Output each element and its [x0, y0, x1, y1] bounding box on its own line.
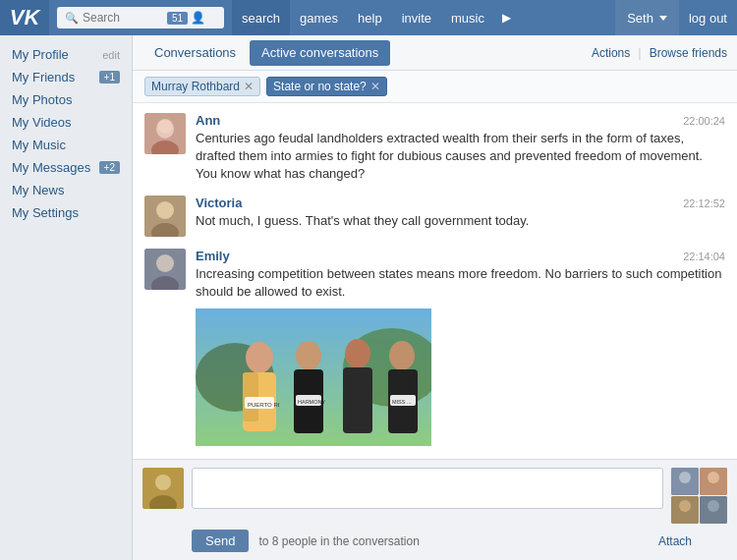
sidebar-label-friends: My Friends — [12, 70, 75, 84]
actions-row: Send to 8 people in the conversation Att… — [142, 530, 727, 552]
msg-time-emily: 22:14:04 — [683, 251, 725, 262]
chat-image: PUERTO RI HARMONY — [196, 308, 725, 449]
svg-point-22 — [345, 339, 370, 368]
layout: My Profile edit My Friends +1 My Photos … — [0, 35, 737, 560]
svg-point-32 — [679, 472, 691, 483]
sidebar-edit-profile[interactable]: edit — [102, 49, 120, 61]
tabs-divider: | — [638, 45, 641, 60]
svg-rect-23 — [343, 367, 372, 433]
sidebar-label-music: My Music — [12, 138, 66, 152]
nav-music[interactable]: music — [441, 0, 494, 35]
nav-search[interactable]: search — [232, 0, 290, 35]
search-input[interactable] — [83, 11, 161, 25]
msg-time-victoria: 22:12:52 — [683, 197, 725, 209]
nav-games[interactable]: games — [290, 0, 348, 35]
tabs-bar: Conversations Active conversations Actio… — [133, 35, 737, 71]
tag-murray-label: Murray Rothbard — [151, 80, 240, 93]
mini-avatar-1 — [671, 468, 699, 495]
tag-state[interactable]: State or no state? ✕ — [266, 77, 387, 96]
sidebar-label-settings: My Settings — [12, 205, 79, 220]
attach-link[interactable]: Attach — [658, 534, 727, 548]
header-nav: search games help invite music ▶ — [232, 0, 615, 35]
sidebar-badge-friends: +1 — [99, 71, 120, 84]
msg-text-ann: Centuries ago feudal landholders extract… — [196, 130, 725, 184]
msg-text-emily: Increasing competition between states me… — [196, 265, 725, 301]
svg-text:PUERTO RI: PUERTO RI — [248, 402, 280, 408]
search-bar: 🔍 51 👤 — [57, 7, 224, 28]
nav-help[interactable]: help — [348, 0, 392, 35]
nav-logout[interactable]: log out — [679, 0, 737, 35]
input-user-avatar — [142, 468, 184, 509]
header-user[interactable]: Seth — [615, 0, 679, 35]
tag-state-close[interactable]: ✕ — [370, 80, 380, 93]
avatar-emily[interactable] — [144, 249, 186, 290]
msg-time-ann: 22:00:24 — [683, 115, 725, 127]
message-victoria: Victoria 22:12:52 Not much, I guess. Tha… — [144, 196, 725, 237]
msg-content-ann: Ann 22:00:24 Centuries ago feudal landho… — [196, 113, 725, 184]
svg-point-24 — [389, 341, 415, 370]
messages-area: Ann 22:00:24 Centuries ago feudal landho… — [133, 103, 737, 459]
tag-murray-close[interactable]: ✕ — [244, 80, 254, 93]
nav-invite[interactable]: invite — [392, 0, 441, 35]
msg-content-emily: Emily 22:14:04 Increasing competition be… — [196, 249, 725, 449]
nav-more-icon[interactable]: ▶ — [494, 0, 519, 35]
user-dropdown-arrow — [659, 16, 667, 21]
tag-state-label: State or no state? — [273, 80, 367, 93]
svg-point-38 — [708, 500, 719, 512]
svg-text:MISS ...: MISS ... — [392, 399, 412, 405]
sidebar-label-profile: My Profile — [12, 47, 69, 62]
user-name: Seth — [627, 11, 653, 26]
mini-avatar-3 — [671, 496, 699, 524]
svg-point-18 — [296, 341, 321, 370]
tab-active-conversations[interactable]: Active conversations — [250, 40, 390, 66]
search-icon: 🔍 — [65, 12, 79, 25]
actions-link[interactable]: Actions — [592, 46, 630, 60]
sidebar-label-videos: My Videos — [12, 115, 71, 130]
logo: VK — [0, 0, 49, 35]
sidebar-item-news[interactable]: My News — [0, 179, 132, 201]
sidebar-item-photos[interactable]: My Photos — [0, 88, 132, 111]
msg-name-emily[interactable]: Emily — [196, 249, 230, 263]
msg-name-ann[interactable]: Ann — [196, 113, 220, 128]
message-input[interactable] — [192, 468, 663, 509]
sidebar: My Profile edit My Friends +1 My Photos … — [0, 35, 133, 560]
tabs-left: Conversations Active conversations — [142, 35, 392, 71]
svg-text:HARMONY: HARMONY — [298, 399, 325, 405]
svg-point-34 — [708, 472, 719, 483]
sidebar-item-videos[interactable]: My Videos — [0, 111, 132, 134]
msg-content-victoria: Victoria 22:12:52 Not much, I guess. Tha… — [196, 196, 725, 237]
message-ann: Ann 22:00:24 Centuries ago feudal landho… — [144, 113, 725, 184]
svg-point-13 — [246, 342, 273, 373]
avatar-ann[interactable] — [144, 113, 186, 154]
sidebar-label-messages: My Messages — [12, 160, 90, 175]
browse-friends-link[interactable]: Browse friends — [650, 46, 727, 60]
user-icon: 👤 — [191, 11, 205, 25]
svg-point-5 — [156, 201, 174, 219]
sidebar-item-profile[interactable]: My Profile edit — [0, 43, 132, 66]
mini-avatar-4 — [700, 496, 727, 524]
svg-point-8 — [156, 254, 174, 272]
sidebar-item-music[interactable]: My Music — [0, 134, 132, 156]
input-row — [142, 468, 727, 524]
msg-text-victoria: Not much, I guess. That's what they call… — [196, 212, 725, 230]
message-emily: Emily 22:14:04 Increasing competition be… — [144, 249, 725, 449]
sidebar-label-photos: My Photos — [12, 92, 72, 107]
svg-point-3 — [158, 120, 172, 134]
sidebar-item-messages[interactable]: My Messages +2 — [0, 156, 132, 179]
mini-avatar-2 — [700, 468, 727, 495]
tabs-right: Actions | Browse friends — [592, 45, 727, 60]
send-button[interactable]: Send — [192, 530, 249, 552]
sidebar-item-friends[interactable]: My Friends +1 — [0, 66, 132, 88]
sidebar-label-news: My News — [12, 183, 64, 197]
tab-conversations[interactable]: Conversations — [142, 35, 248, 71]
avatar-victoria[interactable] — [144, 196, 186, 237]
tag-murray[interactable]: Murray Rothbard ✕ — [144, 77, 260, 96]
sidebar-badge-messages: +2 — [99, 161, 120, 174]
sidebar-item-settings[interactable]: My Settings — [0, 201, 132, 224]
input-area: Send to 8 people in the conversation Att… — [133, 459, 737, 560]
svg-point-29 — [155, 475, 171, 490]
msg-name-victoria[interactable]: Victoria — [196, 196, 242, 210]
notification-count: 51 — [167, 12, 188, 25]
header: VK 🔍 51 👤 search games help invite music… — [0, 0, 737, 35]
recipient-count: to 8 people in the conversation — [258, 534, 419, 548]
